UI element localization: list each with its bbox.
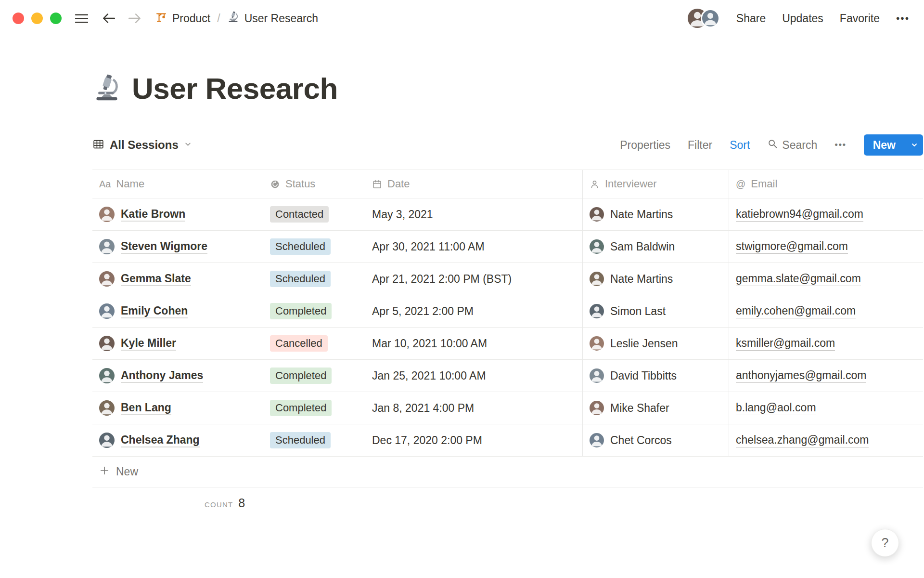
filter-button[interactable]: Filter [688, 139, 712, 152]
email-cell[interactable]: ksmiller@gmail.com [729, 328, 923, 359]
table-row[interactable]: Emily Cohen Completed Apr 5, 2021 2:00 P… [92, 295, 923, 328]
name-cell[interactable]: Kyle Miller [92, 328, 263, 359]
page-title[interactable]: User Research [132, 71, 338, 105]
email-cell[interactable]: katiebrown94@gmail.com [729, 198, 923, 230]
name-cell[interactable]: Gemma Slate [92, 263, 263, 295]
updates-button[interactable]: Updates [782, 12, 823, 25]
email-link[interactable]: gemma.slate@gmail.com [736, 272, 861, 287]
interviewer-cell[interactable]: Nate Martins [583, 198, 729, 230]
properties-button[interactable]: Properties [620, 139, 670, 152]
interviewer-cell[interactable]: Nate Martins [583, 263, 729, 295]
column-header-interviewer[interactable]: Interviewer [583, 170, 729, 198]
email-link[interactable]: emily.cohen@gmail.com [736, 304, 856, 319]
back-icon[interactable] [102, 12, 115, 25]
date-cell[interactable]: May 3, 2021 [365, 198, 583, 230]
breadcrumb-item-user-research[interactable]: User Research [227, 11, 318, 26]
date-cell[interactable]: Apr 30, 2021 11:00 AM [365, 231, 583, 263]
date-cell[interactable]: Apr 21, 2021 2:00 PM (BST) [365, 263, 583, 295]
name-cell[interactable]: Katie Brown [92, 198, 263, 230]
new-button[interactable]: New [864, 134, 923, 156]
table-row[interactable]: Kyle Miller Cancelled Mar 10, 2021 10:00… [92, 328, 923, 360]
name-cell[interactable]: Chelsea Zhang [92, 424, 263, 456]
name-cell[interactable]: Ben Lang [92, 392, 263, 424]
interviewer-cell[interactable]: Sam Baldwin [583, 231, 729, 263]
status-cell[interactable]: Contacted [263, 198, 365, 230]
interviewer-cell[interactable]: Simon Last [583, 295, 729, 327]
view-switcher[interactable]: All Sessions [92, 138, 192, 152]
sort-button[interactable]: Sort [730, 139, 750, 152]
table-row[interactable]: Ben Lang Completed Jan 8, 2021 4:00 PM M… [92, 392, 923, 424]
chevron-down-icon [184, 140, 192, 150]
status-cell[interactable]: Cancelled [263, 328, 365, 359]
column-header-name[interactable]: Aa Name [92, 170, 263, 198]
date-cell[interactable]: Jan 8, 2021 4:00 PM [365, 392, 583, 424]
breadcrumb-item-product[interactable]: Product [155, 11, 210, 26]
forward-icon[interactable] [128, 12, 142, 25]
page-link[interactable]: Chelsea Zhang [121, 433, 200, 448]
new-dropdown-button[interactable] [905, 134, 923, 156]
date-cell[interactable]: Jan 25, 2021 10:00 AM [365, 360, 583, 392]
name-cell[interactable]: Emily Cohen [92, 295, 263, 327]
status-cell[interactable]: Completed [263, 295, 365, 327]
column-header-status[interactable]: Status [263, 170, 365, 198]
email-cell[interactable]: chelsea.zhang@gmail.com [729, 424, 923, 456]
email-link[interactable]: ksmiller@gmail.com [736, 336, 835, 351]
sidebar-menu-icon[interactable] [75, 13, 88, 24]
table-row[interactable]: Anthony James Completed Jan 25, 2021 10:… [92, 360, 923, 392]
email-link[interactable]: b.lang@aol.com [736, 401, 816, 416]
minimize-window-button[interactable] [31, 13, 43, 24]
table-row[interactable]: Steven Wigmore Scheduled Apr 30, 2021 11… [92, 231, 923, 263]
view-name: All Sessions [110, 138, 179, 152]
share-button[interactable]: Share [736, 12, 766, 25]
page-link[interactable]: Ben Lang [121, 401, 171, 416]
name-cell[interactable]: Anthony James [92, 360, 263, 392]
interviewer-cell[interactable]: Chet Corcos [583, 424, 729, 456]
status-badge: Scheduled [270, 238, 331, 255]
email-cell[interactable]: b.lang@aol.com [729, 392, 923, 424]
interviewer-cell[interactable]: Mike Shafer [583, 392, 729, 424]
status-cell[interactable]: Scheduled [263, 231, 365, 263]
page-icon-microscope[interactable] [92, 74, 121, 103]
date-value: Mar 10, 2021 10:00 AM [372, 337, 487, 350]
page-link[interactable]: Kyle Miller [121, 336, 176, 351]
status-cell[interactable]: Scheduled [263, 263, 365, 295]
page-link[interactable]: Steven Wigmore [121, 239, 207, 254]
date-cell[interactable]: Mar 10, 2021 10:00 AM [365, 328, 583, 359]
email-link[interactable]: katiebrown94@gmail.com [736, 207, 863, 222]
more-options-icon[interactable]: ••• [896, 13, 910, 24]
status-cell[interactable]: Scheduled [263, 424, 365, 456]
table-row[interactable]: Chelsea Zhang Scheduled Dec 17, 2020 2:0… [92, 424, 923, 457]
name-cell[interactable]: Steven Wigmore [92, 231, 263, 263]
email-cell[interactable]: gemma.slate@gmail.com [729, 263, 923, 295]
close-window-button[interactable] [13, 13, 24, 24]
new-row-button[interactable]: New [92, 457, 923, 487]
zoom-window-button[interactable] [50, 13, 62, 24]
view-more-icon[interactable]: ••• [834, 140, 846, 150]
search-button[interactable]: Search [767, 138, 817, 152]
count-row[interactable]: COUNT 8 [205, 496, 923, 510]
date-cell[interactable]: Dec 17, 2020 2:00 PM [365, 424, 583, 456]
favorite-button[interactable]: Favorite [840, 12, 880, 25]
page-link[interactable]: Katie Brown [121, 207, 185, 222]
date-cell[interactable]: Apr 5, 2021 2:00 PM [365, 295, 583, 327]
page-link[interactable]: Emily Cohen [121, 304, 188, 319]
collaborator-avatars[interactable] [688, 9, 720, 28]
email-cell[interactable]: emily.cohen@gmail.com [729, 295, 923, 327]
help-button[interactable]: ? [871, 529, 899, 557]
interviewer-cell[interactable]: David Tibbitts [583, 360, 729, 392]
column-header-date[interactable]: Date [365, 170, 583, 198]
email-cell[interactable]: anthonyjames@gmail.com [729, 360, 923, 392]
email-cell[interactable]: stwigmore@gmail.com [729, 231, 923, 263]
table-row[interactable]: Gemma Slate Scheduled Apr 21, 2021 2:00 … [92, 263, 923, 295]
status-cell[interactable]: Completed [263, 392, 365, 424]
table-row[interactable]: Katie Brown Contacted May 3, 2021 Nate M… [92, 198, 923, 231]
email-link[interactable]: chelsea.zhang@gmail.com [736, 433, 869, 448]
page-link[interactable]: Gemma Slate [121, 272, 191, 287]
email-link[interactable]: anthonyjames@gmail.com [736, 368, 866, 383]
email-link[interactable]: stwigmore@gmail.com [736, 239, 848, 254]
page-link[interactable]: Anthony James [121, 368, 203, 383]
view-bar: All Sessions Properties Filter Sort Sear… [92, 134, 923, 156]
status-cell[interactable]: Completed [263, 360, 365, 392]
column-header-email[interactable]: @ Email [729, 170, 923, 198]
interviewer-cell[interactable]: Leslie Jensen [583, 328, 729, 359]
